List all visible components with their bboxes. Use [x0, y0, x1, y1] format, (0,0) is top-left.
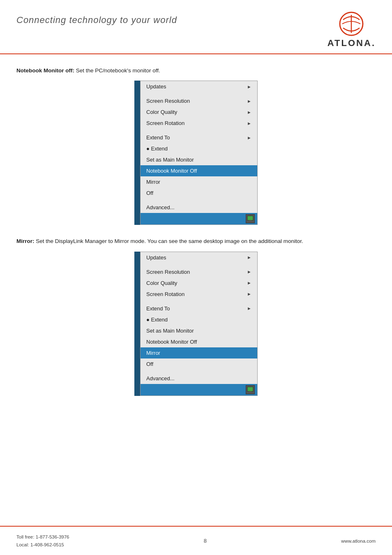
menu-item-set-main-label-1: Set as Main Monitor	[146, 157, 194, 163]
menu-item-extend-1[interactable]: ● Extend	[141, 143, 257, 154]
menu-item-screen-rot-label-2: Screen Rotation	[146, 291, 184, 297]
menu-item-updates-2[interactable]: Updates ►	[141, 252, 257, 263]
footer-contact: Toll free: 1-877-536-3976 Local: 1-408-9…	[16, 533, 69, 548]
svg-rect-1	[247, 216, 253, 220]
arrow-icon-et-2: ►	[247, 306, 251, 311]
menu-item-screen-res-2[interactable]: Screen Resolution ►	[141, 266, 257, 278]
menu-item-off-label-2: Off	[146, 361, 153, 367]
menu-screenshot-2: Updates ► Screen Resolution ► Color Qual…	[134, 252, 258, 396]
svg-rect-4	[249, 391, 251, 393]
arrow-icon-sr-1: ►	[247, 121, 251, 126]
menu-item-screen-res-label-1: Screen Resolution	[146, 98, 190, 104]
atlona-logo-text: ATLONA.	[327, 38, 376, 49]
menu-item-updates-label-2: Updates	[146, 254, 166, 261]
menu-footer-2	[141, 384, 257, 395]
menu-panel-2: Updates ► Screen Resolution ► Color Qual…	[140, 252, 258, 396]
header-tagline: Connecting technology to your world	[16, 15, 177, 25]
menu-divider-1a	[141, 92, 257, 95]
notebook-monitor-off-desc: Notebook Monitor off: Set the PC/noteboo…	[16, 67, 376, 75]
menu-item-mirror-2[interactable]: Mirror	[141, 347, 257, 358]
notebook-monitor-off-bold: Notebook Monitor off:	[16, 67, 74, 74]
menu-item-extend-label-1: ● Extend	[146, 146, 168, 152]
mirror-text: Set the DisplayLink Manager to Mirror mo…	[35, 238, 303, 244]
menu-divider-1c	[141, 199, 257, 202]
arrow-icon-sr-2: ►	[247, 291, 251, 296]
menu-screenshot-1: Updates ► Screen Resolution ► Color Qual…	[134, 81, 258, 225]
menu-divider-1b	[141, 129, 257, 132]
menu-item-advanced-2[interactable]: Advanced...	[141, 373, 257, 384]
menu-item-off-label-1: Off	[146, 190, 153, 196]
menu-item-screen-rot-label-1: Screen Rotation	[146, 120, 184, 126]
menu-item-extend-2[interactable]: ● Extend	[141, 314, 257, 325]
menu-item-extend-to-label-2: Extend To	[146, 305, 170, 312]
footer-local: Local: 1-408-962-0515	[16, 541, 69, 548]
menu-item-screen-rot-2[interactable]: Screen Rotation ►	[141, 289, 257, 300]
arrow-icon-et-1: ►	[247, 135, 251, 140]
menu-divider-2c	[141, 370, 257, 373]
menu-screenshot-1-container: Updates ► Screen Resolution ► Color Qual…	[16, 81, 376, 225]
section-mirror: Mirror: Set the DisplayLink Manager to M…	[16, 237, 376, 395]
menu-item-extend-to-label-1: Extend To	[146, 134, 170, 141]
menu-footer-1	[141, 213, 257, 224]
footer-page-number: 8	[204, 538, 207, 544]
footer-toll-free: Toll free: 1-877-536-3976	[16, 533, 69, 541]
arrow-icon-cq-2: ►	[247, 280, 251, 285]
arrow-icon-u-2: ►	[247, 255, 251, 260]
menu-item-color-quality-2[interactable]: Color Quality ►	[141, 278, 257, 289]
menu-divider-2b	[141, 300, 257, 303]
menu-item-notebook-off-1[interactable]: Notebook Monitor Off	[141, 165, 257, 176]
arrow-icon-cq-1: ►	[247, 110, 251, 115]
menu-item-notebook-off-label-1: Notebook Monitor Off	[146, 168, 197, 174]
menu-item-color-quality-1[interactable]: Color Quality ►	[141, 106, 257, 118]
menu-item-notebook-off-label-2: Notebook Monitor Off	[146, 339, 197, 345]
menu-item-screen-res-label-2: Screen Resolution	[146, 269, 190, 275]
svg-rect-3	[247, 387, 253, 391]
menu-footer-icon-2	[246, 385, 255, 394]
menu-item-screen-res-1[interactable]: Screen Resolution ►	[141, 95, 257, 106]
menu-item-color-quality-label-1: Color Quality	[146, 109, 177, 115]
menu-item-advanced-1[interactable]: Advanced...	[141, 202, 257, 213]
menu-item-updates-1[interactable]: Updates ►	[141, 81, 257, 92]
arrow-icon-res-2: ►	[247, 269, 251, 274]
menu-screenshot-2-container: Updates ► Screen Resolution ► Color Qual…	[16, 252, 376, 396]
menu-footer-icon-1	[246, 214, 255, 223]
main-content: Notebook Monitor off: Set the PC/noteboo…	[0, 54, 392, 416]
menu-divider-2a	[141, 263, 257, 266]
arrow-icon-1: ►	[247, 84, 251, 89]
menu-item-updates-label-1: Updates	[146, 83, 166, 90]
menu-item-advanced-label-2: Advanced...	[146, 375, 175, 382]
menu-sidebar-2	[134, 252, 140, 396]
menu-item-extend-label-2: ● Extend	[146, 317, 168, 323]
menu-item-extend-to-1[interactable]: Extend To ►	[141, 132, 257, 143]
atlona-logo-icon	[339, 12, 364, 36]
logo-container: ATLONA.	[327, 12, 376, 49]
section-notebook-monitor-off: Notebook Monitor off: Set the PC/noteboo…	[16, 67, 376, 225]
menu-item-mirror-label-2: Mirror	[146, 350, 160, 356]
menu-item-screen-rot-1[interactable]: Screen Rotation ►	[141, 118, 257, 129]
page-footer: Toll free: 1-877-536-3976 Local: 1-408-9…	[0, 526, 392, 555]
mirror-bold: Mirror:	[16, 238, 35, 244]
svg-rect-2	[249, 220, 251, 222]
menu-panel-1: Updates ► Screen Resolution ► Color Qual…	[140, 81, 258, 225]
menu-item-notebook-off-2[interactable]: Notebook Monitor Off	[141, 336, 257, 347]
menu-item-extend-to-2[interactable]: Extend To ►	[141, 303, 257, 314]
menu-item-off-2[interactable]: Off	[141, 358, 257, 370]
menu-item-set-main-label-2: Set as Main Monitor	[146, 328, 194, 334]
page-header: Connecting technology to your world ATLO…	[0, 0, 392, 54]
menu-item-color-quality-label-2: Color Quality	[146, 280, 177, 286]
menu-item-advanced-label-1: Advanced...	[146, 204, 175, 210]
mirror-desc: Mirror: Set the DisplayLink Manager to M…	[16, 237, 376, 245]
menu-item-off-1[interactable]: Off	[141, 187, 257, 199]
menu-item-mirror-label-1: Mirror	[146, 179, 160, 185]
menu-item-set-main-1[interactable]: Set as Main Monitor	[141, 154, 257, 165]
menu-item-mirror-1[interactable]: Mirror	[141, 176, 257, 187]
menu-sidebar-1	[134, 81, 140, 225]
notebook-monitor-off-text: Set the PC/notebook's monitor off.	[74, 67, 160, 74]
arrow-icon-res-1: ►	[247, 99, 251, 104]
footer-website: www.atlona.com	[341, 539, 376, 543]
menu-item-set-main-2[interactable]: Set as Main Monitor	[141, 325, 257, 336]
